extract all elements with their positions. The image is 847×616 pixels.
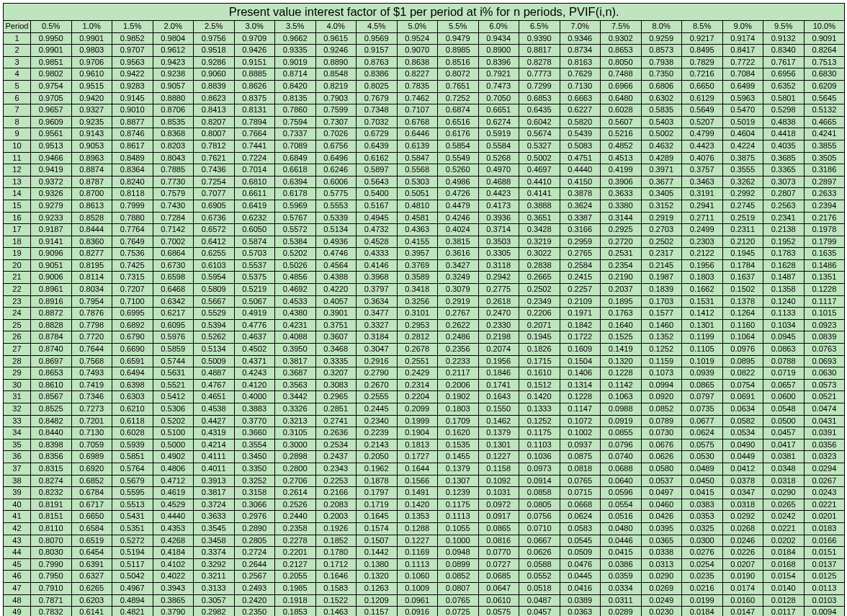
value-cell: 0.4856 <box>275 272 316 284</box>
value-cell: 0.9803 <box>71 45 112 57</box>
value-cell: 0.4410 <box>519 176 560 188</box>
value-cell: 0.8396 <box>478 56 519 68</box>
table-row: 300.86100.74190.63980.55210.47670.41200.… <box>4 379 845 391</box>
value-cell: 0.0521 <box>804 391 845 403</box>
value-cell: 0.1380 <box>357 558 398 571</box>
value-cell: 0.0235 <box>682 571 723 583</box>
value-cell: 0.2805 <box>234 535 275 547</box>
value-cell: 0.9143 <box>71 128 112 140</box>
value-cell: 0.6690 <box>112 344 153 356</box>
value-cell: 0.0311 <box>601 594 642 607</box>
value-cell: 0.6790 <box>112 331 153 344</box>
value-cell: 0.0923 <box>804 319 845 331</box>
value-cell: 0.4751 <box>560 152 601 164</box>
value-cell: 0.5272 <box>112 535 153 547</box>
value-cell: 0.3327 <box>357 319 398 331</box>
value-cell: 0.4970 <box>478 164 519 177</box>
value-cell: 0.7002 <box>153 236 194 248</box>
value-cell: 0.1797 <box>357 487 398 499</box>
value-cell: 0.3913 <box>194 475 235 487</box>
value-cell: 0.2330 <box>478 319 519 331</box>
value-cell: 0.9615 <box>315 32 357 45</box>
table-row: 100.95130.90530.86170.82030.78120.74410.… <box>4 140 845 152</box>
value-cell: 0.7026 <box>315 128 357 140</box>
value-cell: 0.4632 <box>641 140 682 152</box>
value-cell: 0.4581 <box>397 212 438 224</box>
value-cell: 0.1895 <box>601 295 642 308</box>
value-cell: 0.0347 <box>722 487 763 499</box>
value-cell: 0.2965 <box>315 391 357 403</box>
value-cell: 0.3714 <box>478 224 519 236</box>
value-cell: 0.0265 <box>763 499 805 511</box>
table-row: 370.83150.69200.57640.48060.40110.33500.… <box>4 463 845 475</box>
value-cell: 0.9420 <box>71 92 112 104</box>
value-cell: 0.6398 <box>112 379 153 391</box>
value-cell: 0.4502 <box>234 344 275 356</box>
value-cell: 0.1036 <box>519 451 560 463</box>
value-cell: 0.3118 <box>478 259 519 272</box>
value-cell: 0.5847 <box>397 152 438 164</box>
period-cell: 24 <box>4 308 31 320</box>
value-cell: 0.0580 <box>641 463 682 475</box>
value-cell: 0.4528 <box>357 236 398 248</box>
value-cell: 0.7860 <box>275 104 316 117</box>
value-cell: 0.4035 <box>763 140 805 152</box>
value-cell: 0.2563 <box>763 200 805 212</box>
value-cell: 0.9010 <box>112 104 153 117</box>
value-cell: 0.5000 <box>153 439 194 451</box>
pvif-table: Present value interest factor of $1 per … <box>3 3 845 616</box>
value-cell: 0.4697 <box>519 164 560 177</box>
value-cell: 0.0573 <box>804 379 845 391</box>
value-cell: 0.0796 <box>601 439 642 451</box>
value-cell: 0.7224 <box>234 152 275 164</box>
value-cell: 0.2440 <box>275 511 316 523</box>
value-cell: 0.5431 <box>112 511 153 523</box>
value-cell: 0.0647 <box>478 582 519 594</box>
value-cell: 0.4173 <box>478 200 519 212</box>
value-cell: 0.2555 <box>357 391 398 403</box>
period-cell: 35 <box>4 439 31 451</box>
value-cell: 0.7910 <box>31 582 72 594</box>
value-cell: 0.2083 <box>315 499 357 511</box>
value-cell: 0.3769 <box>397 259 438 272</box>
value-cell: 0.7773 <box>519 68 560 81</box>
value-cell: 0.8890 <box>315 56 357 68</box>
period-cell: 36 <box>4 451 31 463</box>
value-cell: 0.5820 <box>560 116 601 128</box>
value-cell: 0.3158 <box>234 487 275 499</box>
value-cell: 0.6203 <box>71 594 112 607</box>
value-cell: 0.0113 <box>804 582 845 594</box>
value-cell: 0.4423 <box>478 188 519 200</box>
period-cell: 48 <box>4 594 31 607</box>
value-cell: 0.1846 <box>478 367 519 380</box>
value-cell: 0.4887 <box>194 367 235 380</box>
value-cell: 0.0715 <box>560 487 601 499</box>
value-cell: 0.9327 <box>71 104 112 117</box>
value-cell: 0.3815 <box>438 236 479 248</box>
value-cell: 0.5859 <box>153 344 194 356</box>
value-cell: 0.2349 <box>519 295 560 308</box>
value-cell: 0.7999 <box>112 200 153 212</box>
value-cell: 0.0325 <box>682 522 723 535</box>
table-row: 400.81910.67170.55130.45290.37240.30660.… <box>4 499 845 511</box>
value-cell: 0.8110 <box>31 522 72 535</box>
value-cell: 0.0103 <box>804 594 845 607</box>
value-cell: 0.2166 <box>315 487 357 499</box>
value-cell: 0.5216 <box>601 128 642 140</box>
value-cell: 0.0395 <box>641 522 682 535</box>
value-cell: 0.8340 <box>763 45 805 57</box>
value-cell: 0.0147 <box>722 607 763 616</box>
table-row: 250.88280.77980.68920.60950.53940.47760.… <box>4 319 845 331</box>
value-cell: 0.1637 <box>722 272 763 284</box>
value-cell: 0.4538 <box>194 403 235 416</box>
value-cell: 0.0242 <box>763 511 805 523</box>
value-cell: 0.1419 <box>601 344 642 356</box>
value-cell: 0.2636 <box>315 427 357 439</box>
value-cell: 0.6103 <box>194 259 235 272</box>
value-cell: 0.5202 <box>153 415 194 427</box>
value-cell: 0.0457 <box>519 607 560 616</box>
value-cell: 0.0630 <box>804 367 845 380</box>
value-cell: 0.1842 <box>560 319 601 331</box>
value-cell: 0.9157 <box>357 45 398 57</box>
value-cell: 0.1228 <box>601 367 642 380</box>
